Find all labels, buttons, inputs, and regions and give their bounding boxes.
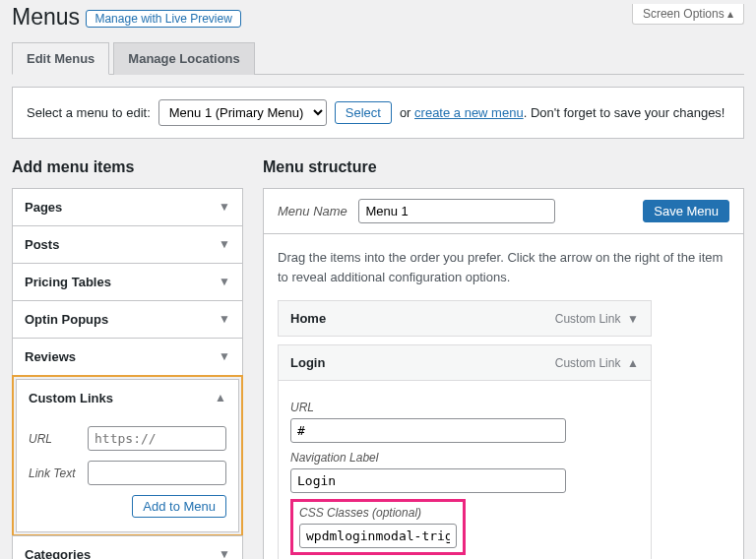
screen-options-toggle[interactable]: Screen Options ▴ bbox=[632, 4, 744, 25]
screen-options-label: Screen Options bbox=[643, 7, 724, 21]
css-label: CSS Classes (optional) bbox=[299, 506, 457, 520]
chevron-down-icon: ▼ bbox=[219, 547, 230, 559]
url-input[interactable] bbox=[290, 418, 566, 443]
select-tail: or create a new menu. Don't forget to sa… bbox=[400, 105, 725, 120]
chevron-down-icon: ▼ bbox=[627, 312, 639, 326]
tab-edit-menus[interactable]: Edit Menus bbox=[12, 42, 109, 75]
chevron-down-icon: ▼ bbox=[219, 275, 230, 289]
tab-manage-locations[interactable]: Manage Locations bbox=[113, 42, 254, 75]
custom-text-label: Link Text bbox=[29, 466, 88, 480]
custom-url-input[interactable] bbox=[88, 426, 226, 451]
menu-structure-heading: Menu structure bbox=[263, 158, 744, 176]
custom-url-label: URL bbox=[29, 432, 88, 446]
custom-text-input[interactable] bbox=[88, 461, 226, 485]
acc-posts[interactable]: Posts▼ bbox=[12, 225, 243, 264]
menu-item-login: Login Custom Link ▲ URL Navigation Label… bbox=[278, 344, 652, 559]
menu-select[interactable]: Menu 1 (Primary Menu) bbox=[158, 99, 327, 126]
css-classes-highlight: CSS Classes (optional) bbox=[290, 499, 466, 555]
acc-custom-links[interactable]: Custom Links ▲ bbox=[17, 380, 238, 416]
chevron-up-icon: ▲ bbox=[215, 391, 226, 405]
select-button[interactable]: Select bbox=[335, 101, 392, 124]
css-input[interactable] bbox=[299, 524, 457, 548]
nav-label: Navigation Label bbox=[290, 451, 639, 465]
live-preview-button[interactable]: Manage with Live Preview bbox=[86, 10, 240, 28]
menu-item-title: Home bbox=[290, 311, 326, 326]
menu-item-login-toggle[interactable]: Login Custom Link ▲ bbox=[279, 345, 651, 380]
url-label: URL bbox=[290, 401, 639, 414]
page-title: Menus Manage with Live Preview bbox=[12, 4, 241, 36]
menu-select-bar: Select a menu to edit: Menu 1 (Primary M… bbox=[12, 87, 744, 139]
chevron-down-icon: ▼ bbox=[219, 237, 230, 252]
menu-name-label: Menu Name bbox=[278, 204, 347, 218]
structure-hint: Drag the items into the order you prefer… bbox=[278, 248, 729, 286]
chevron-down-icon: ▼ bbox=[219, 349, 230, 364]
page-title-text: Menus bbox=[12, 4, 80, 30]
chevron-up-icon: ▲ bbox=[627, 356, 639, 370]
menu-item-title: Login bbox=[290, 355, 325, 370]
save-menu-button[interactable]: Save Menu bbox=[643, 200, 729, 222]
create-new-menu-link[interactable]: create a new menu bbox=[414, 105, 524, 120]
acc-categories[interactable]: Categories▼ bbox=[12, 535, 243, 559]
custom-links-highlight: Custom Links ▲ URL Link Text Add to Menu bbox=[12, 375, 243, 536]
menu-name-input[interactable] bbox=[358, 199, 555, 223]
acc-pages[interactable]: Pages▼ bbox=[12, 188, 243, 226]
menu-tabs: Edit Menus Manage Locations bbox=[12, 42, 744, 75]
add-to-menu-button[interactable]: Add to Menu bbox=[132, 495, 226, 518]
nav-input[interactable] bbox=[290, 468, 566, 493]
add-items-heading: Add menu items bbox=[12, 158, 243, 176]
acc-reviews[interactable]: Reviews▼ bbox=[12, 338, 243, 376]
menu-item-home[interactable]: Home Custom Link ▼ bbox=[278, 300, 652, 337]
acc-pricing-tables[interactable]: Pricing Tables▼ bbox=[12, 263, 243, 301]
chevron-down-icon: ▼ bbox=[219, 200, 230, 215]
select-menu-label: Select a menu to edit: bbox=[27, 105, 151, 120]
chevron-up-icon: ▴ bbox=[727, 7, 733, 21]
acc-optin-popups[interactable]: Optin Popups▼ bbox=[12, 300, 243, 339]
chevron-down-icon: ▼ bbox=[219, 312, 230, 327]
